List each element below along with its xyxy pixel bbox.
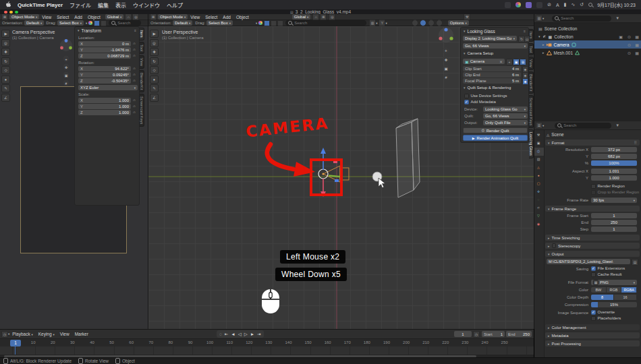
active-tool-icon[interactable]: ⚒ (464, 14, 470, 20)
disable-render-icon[interactable]: ▦ (635, 42, 639, 47)
use-device-checkbox[interactable] (464, 94, 469, 98)
wireframe-shading-icon[interactable] (412, 20, 418, 26)
snap-icon[interactable]: ∩ (125, 14, 132, 20)
post-processing-header[interactable]: ▸Post Processing (545, 340, 640, 346)
annotate-tool-icon[interactable]: ✎ (150, 84, 159, 92)
mode-dropdown[interactable]: Object Mode▾ (158, 14, 188, 20)
expand-icon[interactable]: ▸ (542, 51, 545, 55)
output-path-field[interactable]: M:\CLIENTS\SPD\3_2_Looking_Glass\ (547, 259, 630, 264)
lock-icon[interactable]: ⌾ (133, 111, 136, 115)
output-dropdown[interactable]: Only Quilt File▾ (483, 120, 528, 125)
viewport-menu-select[interactable]: Select (202, 15, 220, 20)
lock-icon[interactable]: ⌾ (133, 104, 136, 109)
measure-tool-icon[interactable]: ∠ (1, 94, 10, 102)
resolution-x-field[interactable]: 372 px (591, 147, 637, 152)
expand-icon[interactable]: ▾ (538, 34, 540, 38)
disable-render-icon[interactable]: ▦ (635, 51, 639, 55)
measure-tool-icon[interactable]: ∠ (150, 94, 159, 102)
move-tool-icon[interactable]: ✚ (150, 48, 159, 56)
playhead[interactable]: 1 (10, 340, 21, 346)
display-dropdown[interactable]: Display 2: Looking Glass Go▾ (463, 36, 517, 41)
location-x-field[interactable]: X0 m (78, 41, 131, 47)
tab-item[interactable]: Item (140, 28, 144, 40)
prev-keyframe-button[interactable]: ◄ (229, 332, 236, 336)
select-tool-icon[interactable]: ▶ (150, 30, 159, 38)
snap-magnet-icon[interactable]: ∩ (312, 14, 319, 20)
timeline-clock-icon[interactable]: ◷ (473, 331, 480, 338)
pin-icon[interactable]: ◈ (522, 78, 528, 85)
device-dropdown[interactable]: Looking Glass Go▾ (483, 107, 528, 112)
brush-color-icon[interactable] (258, 21, 262, 25)
gizmo-toggle-icon[interactable] (101, 20, 107, 26)
viewport-search[interactable] (285, 20, 366, 26)
rotation-z-field[interactable]: Z-0.50435° (78, 78, 131, 84)
collapse-icon[interactable]: ▾ (464, 29, 466, 33)
frame-range-panel-header[interactable]: ▾Frame Range (545, 206, 640, 212)
filter-icon[interactable]: ▼ (615, 123, 619, 127)
zoom-window-button[interactable] (15, 11, 18, 14)
transform-tool-icon[interactable]: ● (150, 75, 159, 84)
outliner-search-input[interactable] (561, 16, 609, 20)
overlay-toggle-icon[interactable] (94, 20, 100, 26)
tab-tool[interactable]: Tool (140, 42, 144, 54)
outliner-row-scene-collection[interactable]: ▤ Scene Collection (534, 24, 641, 32)
rendered-shading-icon[interactable] (436, 20, 443, 26)
frame-rate-dropdown[interactable]: 30 fps▾ (591, 198, 637, 203)
hide-viewport-icon[interactable]: ⊙ (628, 42, 631, 47)
file-extensions-checkbox[interactable]: ✓ (591, 266, 596, 271)
editor-type-icon[interactable]: ◷ (1, 331, 8, 338)
compression-slider[interactable]: 15% (591, 302, 637, 307)
collapse-icon[interactable]: ▾ (78, 28, 80, 32)
location-z-field[interactable]: Z0.068729 m (78, 53, 131, 59)
hide-viewport-icon[interactable]: ⊙ (628, 51, 631, 55)
panel-options-icon[interactable]: ⠿ (634, 140, 637, 145)
color-rgba-option[interactable]: RGBA (621, 287, 637, 293)
viewport-user[interactable]: ⊞ Object Mode▾ View Select Add Object Gl… (148, 14, 534, 329)
menubar-clock[interactable]: 9月17日(水) 10:23 (597, 1, 636, 8)
viewport-menu-select[interactable]: Select (54, 15, 72, 20)
chevron-down-icon[interactable]: ▾ (256, 22, 257, 25)
viewport-menu-add[interactable]: Add (220, 15, 233, 20)
panel-menu-icon[interactable]: ≡ (524, 29, 526, 33)
filter-icon[interactable]: ▼ (615, 16, 619, 20)
spotlight-icon[interactable] (588, 3, 592, 7)
lock-icon[interactable]: ⌾ (133, 73, 136, 78)
chevron-down-icon[interactable]: ▾ (542, 17, 544, 20)
xray-toggle-icon[interactable] (277, 20, 283, 26)
color-management-header[interactable]: ▸Color Management (545, 324, 640, 330)
frame-end-field[interactable]: 250 (591, 220, 637, 225)
apple-logo-icon[interactable] (5, 1, 11, 9)
outliner-row-collection[interactable]: ▾ ✓ ▦ Collection ▣ ⊙ ▦ (534, 32, 641, 40)
stereoscopy-checkbox[interactable] (552, 243, 557, 248)
tab-modifiers-icon[interactable]: ✢ (536, 189, 541, 194)
editor-type-icon[interactable]: ⊞ (1, 14, 8, 20)
drag-dropdown[interactable]: Select Box▾ (57, 20, 84, 26)
visibility-filter-icon[interactable]: Y (379, 20, 385, 26)
playback-menu[interactable]: Playback ▾ (9, 332, 35, 336)
render-quilt-button[interactable]: ⎙Render Quilt (463, 127, 528, 133)
material-shading-icon[interactable] (428, 20, 435, 26)
proportional-edit-icon[interactable]: ◎ (329, 14, 335, 20)
camera-toggle-a-icon[interactable]: ▣ (513, 59, 520, 65)
wifi-icon[interactable]: ∿ (571, 2, 575, 7)
drag-dropdown[interactable]: Select Box▾ (206, 20, 233, 26)
rotation-y-field[interactable]: Y0.09245° (78, 72, 131, 78)
timeline-ruler[interactable]: 1102030405060708090100110120130140150160… (0, 339, 534, 346)
outliner-row-mesh[interactable]: ▸ Mesh.001 ⊙ ▦ (534, 49, 641, 57)
depth-16-option[interactable]: 16 (614, 295, 637, 300)
clip-end-field[interactable]: Clip End6 m (463, 72, 521, 78)
breadcrumb[interactable]: ◬ Scene (547, 132, 564, 137)
tab-object-icon[interactable]: ▢ (536, 181, 541, 186)
panel-menu-icon[interactable]: ≡ (134, 28, 136, 32)
output-panel-header[interactable]: ▾Output (545, 251, 640, 257)
active-app-icon[interactable] (526, 2, 532, 8)
lock-icon[interactable]: ⌾ (133, 54, 136, 59)
resolution-pct-slider[interactable]: 100% (591, 160, 637, 166)
play-button[interactable]: ▷ (243, 332, 249, 337)
metadata-header[interactable]: ▸Metadata (545, 332, 640, 338)
marker-menu[interactable]: Marker (72, 332, 91, 336)
depth-8-option[interactable]: 8 (591, 295, 614, 300)
camera-toggle-b-icon[interactable]: ⧉ (520, 59, 526, 65)
search-input[interactable] (294, 21, 364, 25)
properties-search-input[interactable] (563, 123, 609, 127)
